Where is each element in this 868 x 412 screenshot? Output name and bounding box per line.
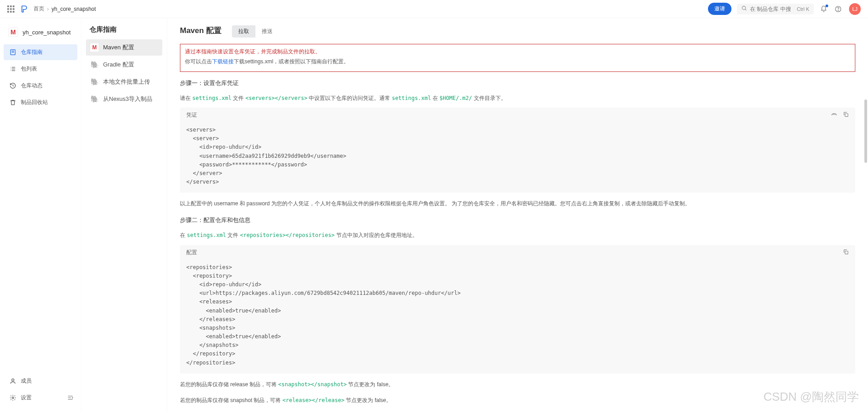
- note-snapshot: 若您的制品库仅存储 release 制品，可将 <snapshot></snap…: [180, 380, 855, 390]
- code-block-config: 配置 <repositories> <repository> <id>repo-…: [180, 245, 855, 374]
- scrollbar[interactable]: [864, 99, 867, 163]
- svg-rect-22: [845, 114, 848, 116]
- main-content: Maven 配置 拉取 推送 通过本指南快速设置仓库凭证，并完成制品文件的拉取。…: [167, 18, 868, 412]
- left-sidebar: M yh_core_snapshot 仓库指南 包列表 仓库动态 制品回收站 成…: [0, 18, 81, 412]
- nav-label: 包列表: [21, 65, 37, 73]
- nav-packages[interactable]: 包列表: [4, 61, 77, 77]
- nav-label: 仓库动态: [21, 82, 42, 90]
- nav-settings[interactable]: 设置: [4, 390, 63, 406]
- nav-activity[interactable]: 仓库动态: [4, 78, 77, 94]
- breadcrumb-sep: ›: [47, 6, 49, 12]
- breadcrumb: 首页 › yh_core_snapshot: [33, 5, 708, 13]
- svg-point-13: [12, 379, 14, 381]
- nav-trash[interactable]: 制品回收站: [4, 95, 77, 110]
- code-content[interactable]: <repositories> <repository> <id>repo-uhd…: [180, 260, 855, 374]
- highlighted-intro: 通过本指南快速设置仓库凭证，并完成制品文件的拉取。 你可以点击下载链接下载set…: [180, 44, 855, 71]
- svg-point-0: [742, 6, 746, 9]
- trash-icon: [9, 99, 16, 106]
- subnav-label: 从Nexus3导入制品: [103, 95, 152, 103]
- invite-button[interactable]: 邀请: [708, 3, 731, 15]
- notifications-icon[interactable]: [820, 5, 827, 13]
- nexus-icon: 🐘: [90, 95, 99, 103]
- nav-label: 制品回收站: [21, 99, 48, 106]
- after-code1-note: 以上配置中的 username 和 password 为您的个人凭证，个人对仓库…: [180, 199, 855, 209]
- subnav-nexus[interactable]: 🐘 从Nexus3导入制品: [86, 91, 162, 107]
- search-box[interactable]: Ctrl K: [737, 4, 814, 14]
- gear-icon: [9, 394, 16, 402]
- subnav-label: Maven 配置: [103, 43, 134, 52]
- sub-sidebar: 仓库指南 M Maven 配置 🐘 Gradle 配置 🐘 本地文件批量上传 🐘…: [81, 18, 167, 412]
- code-title: 凭证: [186, 111, 197, 119]
- note-release: 若您的制品库仅存储 snapshot 制品，可将 <release></rele…: [180, 396, 855, 406]
- step1-title: 步骤一：设置仓库凭证: [180, 79, 855, 87]
- step2-title: 步骤二：配置仓库和包信息: [180, 216, 855, 224]
- svg-point-3: [838, 10, 838, 10]
- product-logo-icon[interactable]: [20, 5, 28, 13]
- breadcrumb-home[interactable]: 首页: [33, 5, 44, 13]
- step2-text: 在 settings.xml 文件 <repositories></reposi…: [180, 231, 855, 241]
- nav-label: 仓库指南: [21, 48, 42, 56]
- repo-name: yh_core_snapshot: [23, 29, 71, 36]
- code-title: 配置: [186, 249, 197, 256]
- svg-line-1: [745, 9, 746, 10]
- subnav-maven[interactable]: M Maven 配置: [86, 39, 162, 56]
- history-icon: [9, 82, 16, 90]
- intro-warning: 通过本指南快速设置仓库凭证，并完成制品文件的拉取。: [185, 47, 850, 57]
- svg-point-14: [12, 397, 14, 399]
- subnav-title: 仓库指南: [86, 25, 162, 39]
- avatar[interactable]: LJ: [849, 3, 861, 15]
- nav-label: 成员: [21, 377, 32, 385]
- reveal-icon[interactable]: [831, 111, 837, 119]
- intro-download: 你可以点击下载链接下载settings.xml，或者按照以下指南自行配置。: [185, 57, 850, 67]
- maven-icon: M: [8, 27, 18, 37]
- apps-grid-icon[interactable]: [7, 5, 14, 13]
- upload-icon: 🐘: [90, 78, 99, 86]
- nav-members[interactable]: 成员: [4, 373, 77, 389]
- search-kbd-hint: Ctrl K: [797, 6, 810, 12]
- collapse-sidebar-icon[interactable]: [63, 391, 77, 406]
- code-content[interactable]: <servers> <server> <id>repo-uhdur</id> <…: [180, 123, 855, 193]
- subnav-gradle[interactable]: 🐘 Gradle 配置: [86, 57, 162, 73]
- code-block-credentials: 凭证 <servers> <server> <id>repo-uhdur</id…: [180, 108, 855, 193]
- svg-line-20: [835, 114, 835, 115]
- subnav-upload[interactable]: 🐘 本地文件批量上传: [86, 74, 162, 90]
- list-icon: [9, 66, 16, 73]
- subnav-label: Gradle 配置: [103, 61, 134, 69]
- subnav-label: 本地文件批量上传: [103, 78, 150, 86]
- search-input[interactable]: [750, 6, 791, 12]
- nav-guide[interactable]: 仓库指南: [4, 44, 77, 60]
- search-icon: [741, 5, 747, 13]
- guide-icon: [9, 49, 16, 56]
- step1-text: 请在 settings.xml 文件 <servers></servers> 中…: [180, 94, 855, 104]
- tabs: 拉取 推送: [232, 25, 279, 38]
- tab-push[interactable]: 推送: [255, 25, 279, 38]
- help-icon[interactable]: [835, 5, 842, 13]
- top-bar: 首页 › yh_core_snapshot 邀请 Ctrl K LJ: [0, 0, 868, 18]
- gradle-icon: 🐘: [90, 61, 99, 69]
- maven-icon: M: [90, 43, 99, 52]
- repo-header: M yh_core_snapshot: [4, 24, 77, 41]
- page-title: Maven 配置: [180, 25, 222, 36]
- svg-rect-23: [845, 251, 848, 254]
- tab-pull[interactable]: 拉取: [232, 25, 255, 38]
- download-link[interactable]: 下载链接: [212, 58, 234, 65]
- nav-label: 设置: [21, 394, 32, 402]
- copy-icon[interactable]: [843, 111, 849, 119]
- user-icon: [9, 378, 16, 385]
- copy-icon[interactable]: [843, 249, 849, 256]
- svg-line-19: [833, 114, 834, 115]
- breadcrumb-current: yh_core_snapshot: [52, 6, 96, 12]
